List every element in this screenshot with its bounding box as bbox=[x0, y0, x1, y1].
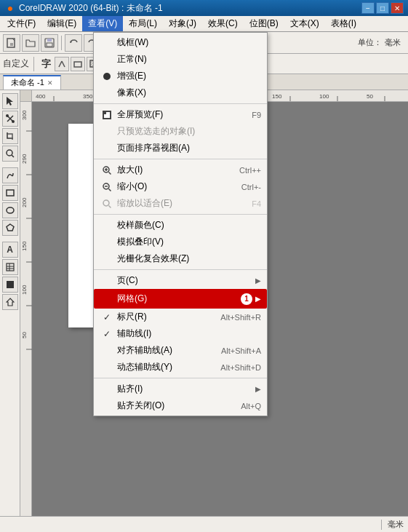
menu-item-simulate-print[interactable]: 模拟叠印(V) bbox=[94, 234, 267, 250]
sep-1 bbox=[94, 103, 267, 104]
dynamic-guidelines-label: 动态辅助线(Y) bbox=[117, 361, 209, 373]
menu-item-zoom-in[interactable]: 放大(I) Ctrl++ bbox=[94, 162, 267, 178]
align-guidelines-label: 对齐辅助线(A) bbox=[117, 344, 209, 357]
raster-effect-icon bbox=[100, 253, 114, 265]
menu-item-enhanced[interactable]: 增强(E) bbox=[94, 68, 267, 84]
menu-item-align-guidelines[interactable]: 对齐辅助线(A) Alt+Shift+A bbox=[94, 342, 267, 359]
zoom-out-icon bbox=[100, 181, 114, 193]
svg-rect-62 bbox=[103, 111, 106, 114]
zoom-fit-icon bbox=[100, 198, 114, 210]
menu-item-pixels[interactable]: 像素(X) bbox=[94, 84, 267, 101]
menu-item-zoom-out[interactable]: 缩小(O) Ctrl+- bbox=[94, 178, 267, 195]
grid-arrow: ▶ bbox=[255, 295, 261, 303]
page-arrow: ▶ bbox=[255, 277, 261, 285]
menu-item-color-proof[interactable]: 校样颜色(C) bbox=[94, 217, 267, 234]
menu-item-wireframe[interactable]: 线框(W) bbox=[94, 34, 267, 51]
snap-to-arrow: ▶ bbox=[255, 385, 261, 393]
simulate-print-icon bbox=[100, 237, 114, 248]
sep-2 bbox=[94, 159, 267, 159]
selected-only-icon bbox=[100, 126, 114, 138]
svg-line-64 bbox=[109, 172, 111, 174]
enhanced-label: 增强(E) bbox=[117, 70, 261, 82]
raster-effect-label: 光栅化复合效果(Z) bbox=[117, 253, 261, 265]
fullscreen-icon bbox=[100, 109, 114, 121]
page-icon bbox=[100, 275, 114, 287]
dropdown-overlay[interactable]: 线框(W) 正常(N) 增强(E) 像素(X) 全屏预览(F) F9 bbox=[0, 0, 408, 532]
selected-only-label: 只预览选走的对象(I) bbox=[117, 125, 261, 138]
dynamic-guidelines-icon bbox=[100, 362, 114, 373]
color-proof-icon bbox=[100, 220, 114, 231]
fullscreen-label: 全屏预览(F) bbox=[117, 108, 240, 121]
zoom-in-shortcut: Ctrl++ bbox=[239, 166, 261, 175]
menu-item-normal[interactable]: 正常(N) bbox=[94, 51, 267, 68]
zoom-out-label: 缩小(O) bbox=[117, 180, 230, 193]
pixels-icon bbox=[100, 87, 114, 99]
simulate-print-label: 模拟叠印(V) bbox=[117, 236, 261, 248]
menu-item-snap-to[interactable]: 贴齐(I) ▶ bbox=[94, 381, 267, 397]
normal-label: 正常(N) bbox=[117, 53, 261, 65]
menu-item-fullscreen[interactable]: 全屏预览(F) F9 bbox=[94, 106, 267, 123]
enhanced-dot-icon bbox=[100, 71, 114, 82]
menu-item-page-sorter[interactable]: 页面排序器视图(A) bbox=[94, 140, 267, 156]
snap-off-label: 贴齐关闭(O) bbox=[117, 400, 229, 412]
menu-item-raster-effect[interactable]: 光栅化复合效果(Z) bbox=[94, 250, 267, 267]
wireframe-label: 线框(W) bbox=[117, 36, 261, 49]
wireframe-icon bbox=[100, 37, 114, 49]
grid-badge: 1 bbox=[241, 293, 252, 305]
snap-to-icon bbox=[100, 384, 114, 395]
menu-item-selected-only[interactable]: 只预览选走的对象(I) bbox=[94, 123, 267, 140]
menu-item-grid[interactable]: 网格(G) 1 ▶ bbox=[94, 289, 267, 309]
svg-point-70 bbox=[103, 200, 109, 206]
menu-item-page[interactable]: 页(C) ▶ bbox=[94, 272, 267, 289]
menu-item-dynamic-guidelines[interactable]: 动态辅助线(Y) Alt+Shift+D bbox=[94, 359, 267, 376]
menu-item-rulers[interactable]: ✓ 标尺(R) Alt+Shift+R bbox=[94, 309, 267, 325]
color-proof-label: 校样颜色(C) bbox=[117, 219, 261, 231]
zoom-in-label: 放大(I) bbox=[117, 164, 228, 176]
sep-5 bbox=[94, 378, 267, 378]
snap-to-label: 贴齐(I) bbox=[117, 383, 252, 395]
align-guidelines-icon bbox=[100, 345, 114, 357]
dynamic-guidelines-shortcut: Alt+Shift+D bbox=[220, 363, 261, 372]
sep-3 bbox=[94, 214, 267, 215]
rulers-check-icon: ✓ bbox=[100, 311, 114, 323]
zoom-in-icon bbox=[100, 164, 114, 176]
normal-icon bbox=[100, 54, 114, 65]
rulers-shortcut: Alt+Shift+R bbox=[220, 313, 261, 322]
page-sorter-label: 页面排序器视图(A) bbox=[117, 142, 261, 154]
page-label: 页(C) bbox=[117, 274, 252, 287]
svg-line-68 bbox=[109, 188, 111, 191]
zoom-fit-shortcut: F4 bbox=[252, 199, 261, 208]
grid-icon bbox=[100, 293, 114, 305]
zoom-fit-label: 缩放以适合(E) bbox=[117, 197, 240, 210]
menu-item-guidelines[interactable]: ✓ 辅助线(I) bbox=[94, 325, 267, 342]
fullscreen-shortcut: F9 bbox=[252, 111, 261, 119]
rulers-label: 标尺(R) bbox=[117, 311, 209, 323]
zoom-out-shortcut: Ctrl+- bbox=[241, 183, 261, 191]
menu-item-zoom-fit[interactable]: 缩放以适合(E) F4 bbox=[94, 195, 267, 212]
sep-4 bbox=[94, 269, 267, 270]
view-dropdown-menu: 线框(W) 正常(N) 增强(E) 像素(X) 全屏预览(F) F9 bbox=[93, 32, 268, 416]
guidelines-label: 辅助线(I) bbox=[117, 327, 261, 340]
pixels-label: 像素(X) bbox=[117, 87, 261, 99]
grid-label: 网格(G) bbox=[117, 293, 238, 305]
svg-line-71 bbox=[109, 205, 111, 207]
guidelines-check-icon: ✓ bbox=[100, 328, 114, 340]
snap-off-shortcut: Alt+Q bbox=[241, 402, 261, 410]
snap-off-icon bbox=[100, 400, 114, 412]
align-guidelines-shortcut: Alt+Shift+A bbox=[221, 346, 261, 355]
menu-item-snap-off[interactable]: 贴齐关闭(O) Alt+Q bbox=[94, 397, 267, 414]
page-sorter-icon bbox=[100, 143, 114, 154]
